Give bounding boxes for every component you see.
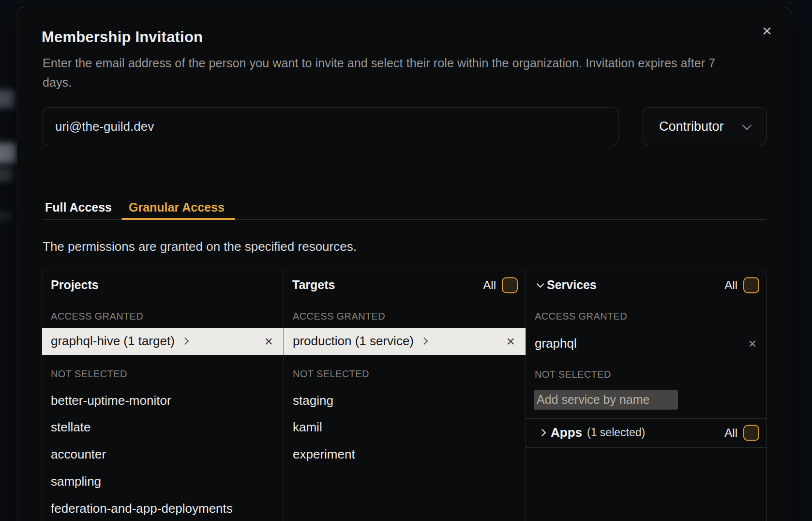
apps-section-row[interactable]: Apps (1 selected) All <box>526 419 767 447</box>
targets-header-title: Targets <box>292 278 335 292</box>
project-item[interactable]: better-uptime-monitor <box>42 387 284 414</box>
apps-section-divider <box>526 447 767 448</box>
role-select[interactable]: Contributor <box>643 107 767 145</box>
tab-full-access[interactable]: Full Access <box>45 200 112 214</box>
chevron-right-icon <box>421 337 428 345</box>
role-select-value: Contributor <box>659 119 724 134</box>
project-selected-row[interactable]: graphql-hive (1 target) × <box>42 328 284 355</box>
modal-title: Membership Invitation <box>42 29 203 46</box>
target-selected-name: production (1 service) <box>293 334 414 349</box>
service-selected-name: graphql <box>535 336 577 351</box>
background-page-blur-fragment <box>0 167 13 182</box>
project-item[interactable]: federation-and-app-deployments <box>42 495 284 521</box>
targets-header: Targets All <box>284 271 526 299</box>
project-item[interactable]: accounter <box>42 441 284 468</box>
background-page-blur-fragment <box>0 211 11 221</box>
target-item[interactable]: staging <box>284 387 526 414</box>
modal-description-line2: days. <box>43 73 768 92</box>
projects-not-selected-label: NOT SELECTED <box>51 368 127 381</box>
targets-column: Targets All ACCESS GRANTED production (1… <box>284 271 526 521</box>
remove-service-icon[interactable]: × <box>749 337 756 351</box>
apps-section-title: Apps <box>551 425 582 440</box>
services-header-title: Services <box>547 278 597 292</box>
apps-selected-count: (1 selected) <box>587 426 645 439</box>
services-column: Services All ACCESS GRANTED graphql × NO… <box>526 271 767 521</box>
projects-header-title: Projects <box>51 278 99 292</box>
target-selected-row[interactable]: production (1 service) × <box>284 328 526 355</box>
services-all-label: All <box>724 278 737 292</box>
background-page-blur-fragment <box>0 90 15 108</box>
modal-description: Enter the email address of the person yo… <box>43 53 768 92</box>
close-icon[interactable]: × <box>757 21 777 40</box>
projects-access-granted-label: ACCESS GRANTED <box>51 310 143 323</box>
services-access-granted-label: ACCESS GRANTED <box>535 310 627 323</box>
project-item[interactable]: sampling <box>42 468 284 495</box>
apps-all-label: All <box>724 426 737 440</box>
background-page-blur-fragment <box>0 143 16 163</box>
invite-email-input[interactable] <box>43 108 618 145</box>
services-all-checkbox[interactable] <box>743 277 759 293</box>
project-item[interactable]: stellate <box>42 414 284 441</box>
invite-email-field[interactable] <box>43 107 618 145</box>
add-service-input[interactable] <box>534 390 678 410</box>
remove-project-icon[interactable]: × <box>264 334 273 349</box>
chevron-right-icon <box>539 429 546 437</box>
target-item[interactable]: experiment <box>284 441 526 468</box>
targets-not-selected-label: NOT SELECTED <box>293 368 369 381</box>
chevron-down-icon <box>742 121 752 130</box>
targets-all-checkbox[interactable] <box>502 277 518 293</box>
chevron-down-icon[interactable] <box>537 280 544 288</box>
projects-header: Projects <box>42 271 284 299</box>
membership-invitation-modal: × Membership Invitation Enter the email … <box>17 7 791 521</box>
targets-all-label: All <box>483 278 496 292</box>
remove-target-icon[interactable]: × <box>506 334 515 349</box>
resources-table: Projects ACCESS GRANTED graphql-hive (1 … <box>42 271 767 521</box>
tab-granular-access[interactable]: Granular Access <box>129 200 225 214</box>
permissions-note: The permissions are granted on the speci… <box>43 239 357 254</box>
projects-column: Projects ACCESS GRANTED graphql-hive (1 … <box>42 271 284 521</box>
chevron-right-icon <box>181 337 189 345</box>
service-selected-row: graphql × <box>526 330 767 357</box>
project-selected-name: graphql-hive (1 target) <box>51 334 175 349</box>
apps-all-checkbox[interactable] <box>743 425 759 441</box>
active-tab-underline <box>121 218 235 220</box>
services-not-selected-label: NOT SELECTED <box>535 368 611 382</box>
targets-access-granted-label: ACCESS GRANTED <box>293 310 385 323</box>
target-item[interactable]: kamil <box>284 414 526 441</box>
modal-description-line1: Enter the email address of the person yo… <box>43 53 768 73</box>
services-header[interactable]: Services All <box>526 271 767 299</box>
